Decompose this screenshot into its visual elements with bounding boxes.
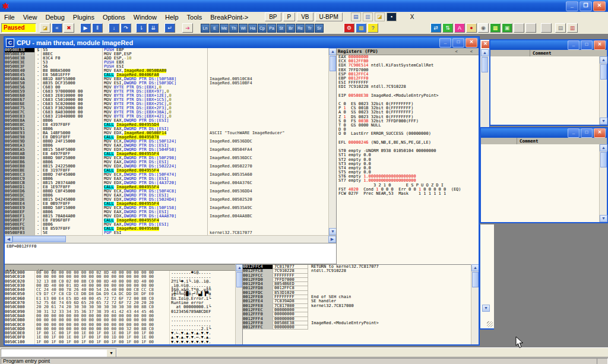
toolbar-button-ln[interactable]: Ln — [201, 24, 210, 33]
disasm-row[interactable]: 00508E4A.8B1D 88F55000MOV EBX,DWORD PTR … — [5, 77, 328, 81]
disasm-row[interactable]: 00508EA5.8B15 584F5000MOV EDX,DWORD PTR … — [5, 148, 328, 152]
disasm-row[interactable]: 00508EC9.8B06MOV EAX,DWORD PTR DS:[ESI] — [5, 177, 328, 181]
menu-item-window[interactable]: Window — [129, 13, 161, 21]
hscroll-thumb[interactable] — [12, 236, 66, 242]
plugin-button-p[interactable]: P — [283, 12, 296, 21]
cpu-close-button[interactable]: ✕ — [466, 38, 477, 48]
disasm-row[interactable]: 00508E3E.53PUSH EBX — [5, 61, 328, 65]
font-size-icon[interactable]: ⇅ — [442, 23, 453, 33]
scroll-up-icon[interactable]: ▲ — [600, 144, 607, 151]
stack-row[interactable]: 0012FFE47C839AD8SE handler — [243, 299, 471, 303]
disasm-row[interactable]: 00508EDC.8B06MOV EAX,DWORD PTR DS:[ESI] — [5, 194, 328, 198]
side-window-top-body[interactable] — [490, 56, 599, 125]
disasm-row[interactable]: 00508E56.C603 00MOV BYTE PTR DS:[EBX],0 — [5, 86, 328, 90]
hotkeys-icon[interactable]: ▦ — [490, 23, 501, 33]
stack-row[interactable]: 0012FFFC00000000 — [243, 325, 471, 330]
toolbar-button-re[interactable]: Re — [296, 24, 305, 33]
cpu-maximize-button[interactable]: □ — [452, 38, 464, 48]
side-window-middle-titlebar[interactable]: _ □ ✕ — [481, 128, 607, 138]
open-folder-icon[interactable]: ◪ — [40, 23, 50, 33]
disasm-row[interactable]: 00508E91.8B06MOV EAX,DWORD PTR DS:[ESI] — [5, 127, 328, 131]
scroll-up-icon[interactable]: ▲ — [481, 49, 489, 56]
minimize-button[interactable]: _ — [566, 1, 578, 11]
minimize-button[interactable]: _ — [568, 40, 580, 50]
disasm-row[interactable]: 00508EA3.8B06MOV EAX,DWORD PTR DS:[ESI] — [5, 144, 328, 148]
disassembly-scrollbar[interactable]: ▲ ▼ — [328, 48, 336, 235]
step-into-icon[interactable]: ↓ — [109, 23, 119, 33]
menu-item-debug[interactable]: Debug — [41, 13, 68, 21]
disasm-row[interactable]: 00508E6E.C683 5C020000 00MOV BYTE PTR DS… — [5, 102, 328, 106]
menu-item-file[interactable]: File — [0, 13, 19, 21]
cpu-titlebar[interactable]: C CPU - main thread, module ImageRed _ □… — [5, 37, 479, 48]
toolbar-button-sr[interactable]: Sr — [315, 24, 324, 33]
disasm-row[interactable]: 00508E50.8B35 DCF35000MOV ESI,DWORD PTR … — [5, 81, 328, 86]
maximize-button[interactable]: □ — [581, 40, 593, 50]
stack-row[interactable]: 0012FFD80012FFC8 — [243, 286, 471, 290]
scroll-thumb[interactable] — [330, 56, 336, 71]
strip-close-button[interactable]: ✕ — [481, 40, 490, 49]
stack-row[interactable]: 0012FFC87C910228ntdll.7C910228 — [243, 269, 471, 273]
register-line[interactable]: O 0 LastErr ERROR_SUCCESS (00000000) — [337, 132, 479, 136]
open-file-icon[interactable]: ◪ — [375, 12, 385, 21]
registers-pane[interactable]: Registers (FPU) < < EAX 00000000ECX 0012… — [336, 48, 479, 264]
toolbar-button-br[interactable]: Br — [286, 24, 295, 33]
breakpoint-ball-icon[interactable]: ● — [466, 23, 477, 33]
stack-row[interactable]: 0012FFCCFFFFFFFF — [243, 274, 471, 278]
menu-close-button[interactable]: X — [406, 13, 419, 21]
disasm-row[interactable]: 00508F03.5EPOP ESIkernel32.7C817077 — [5, 231, 328, 235]
disasm-row[interactable]: 00508E67.C683 C5010000 00MOV BYTE PTR DS… — [5, 98, 328, 102]
disasm-row[interactable]: 00508EE4.E8 0B97F8FFCALL ImageRed.004955… — [5, 202, 328, 206]
go-to-address-icon[interactable]: ➔ — [182, 23, 193, 33]
disasm-row[interactable]: 00508E40.B8 B0BA5000MOV EAX,ImageRed.005… — [5, 69, 328, 73]
appearance-icon[interactable]: ▩ — [356, 23, 366, 33]
toolbar-button-tr[interactable]: Tr — [305, 24, 314, 33]
register-line[interactable]: EDI 7C910228 ntdll.7C910228 — [337, 85, 479, 89]
side-window-middle-body[interactable] — [481, 144, 599, 222]
register-line[interactable]: FCW 027F Prec NEAR,53 Mask 1 1 1 1 1 1 — [337, 192, 479, 196]
toolbar-button-wi[interactable]: Wi — [239, 24, 248, 33]
disasm-row[interactable]: 00508EB6.8B06MOV EAX,DWORD PTR DS:[ESI] — [5, 160, 328, 164]
scroll-right-icon[interactable]: ▶ — [328, 236, 336, 243]
stack-row[interactable]: 0012FFF800508E38ImageRed.<ModuleEntryPoi… — [243, 321, 471, 325]
toolbar-button-st[interactable]: St — [277, 24, 286, 33]
help-icon[interactable]: ? — [368, 23, 378, 33]
disasm-row[interactable]: 00508E3F.56PUSH ESI — [5, 65, 328, 69]
stack-scrollbar[interactable]: ▲ — [471, 264, 479, 344]
blank-button-1[interactable] — [514, 23, 524, 33]
close-process-icon[interactable]: ✖ — [64, 23, 74, 33]
disasm-row[interactable]: 00508ED1.E8 1E97F8FFCALL ImageRed.004955… — [5, 185, 328, 189]
close-button[interactable]: ✕ — [594, 128, 606, 138]
scroll-down-icon[interactable]: ▼ — [482, 305, 490, 312]
disasm-row[interactable]: 00508E7C.C683 8A030000 00MOV BYTE PTR DS… — [5, 110, 328, 115]
scroll-up-icon[interactable]: ▲ — [600, 56, 607, 64]
scroll-thumb[interactable] — [482, 57, 488, 72]
dump-row[interactable]: 0050C1001F 00 1F 00 1F 00 1F 00 1F 00 1F… — [5, 340, 235, 344]
screen-icon[interactable]: ▣ — [502, 23, 512, 33]
minimize-button[interactable]: _ — [568, 128, 580, 138]
execute-till-return-icon[interactable]: ↵ — [164, 23, 175, 33]
stack-row[interactable]: 0012FFF000000000 — [243, 312, 471, 316]
disasm-row[interactable]: 00508EFE.E8 8597F8FFCALL ImageRed.004956… — [5, 227, 328, 231]
menu-item-breakpoint[interactable]: BreakPoint-> — [206, 13, 252, 21]
book-icon[interactable]: ▥ — [363, 12, 373, 21]
animate-over-icon[interactable]: ⇊ — [148, 23, 159, 33]
list-columns-icon[interactable]: ▤ — [555, 23, 566, 33]
disasm-row[interactable]: 00508E93.BA 14BF5000MOV EDX,ImageRed.005… — [5, 131, 328, 135]
stack-row[interactable]: 0012FFDC853D1020 — [243, 291, 471, 295]
menu-item-help[interactable]: Help — [161, 13, 183, 21]
toolbar-button-ha[interactable]: Ha — [248, 24, 257, 33]
disasm-row[interactable]: 00508EFC.8B06MOV EAX,DWORD PTR DS:[ESI] — [5, 223, 328, 227]
side-window-top-titlebar[interactable]: _ □ ✕ — [490, 40, 607, 50]
toolbar-button-cp[interactable]: Cp — [258, 24, 267, 33]
maximize-button[interactable]: □ — [581, 128, 593, 138]
stack-row[interactable]: 0012FFD48054B6ED — [243, 282, 471, 286]
restart-icon[interactable]: « — [52, 23, 62, 33]
disasm-row[interactable]: 00508ECB.8B15 20374A00MOV EDX,DWORD PTR … — [5, 181, 328, 185]
toolbar-button-th[interactable]: Th — [229, 24, 238, 33]
disasm-row[interactable]: 00508EAB.E8 4497F8FFCALL ImageRed.004955… — [5, 152, 328, 156]
plugin-button-vb[interactable]: VB — [297, 12, 313, 21]
notepad-icon[interactable]: ▤ — [351, 12, 361, 21]
disasm-row[interactable]: 00508E38$55PUSH EBP — [5, 48, 328, 52]
main-titlebar[interactable]: ✱ _ ❐ ✕ — [0, 0, 608, 12]
disasm-row[interactable]: 00508EEF.8B06MOV EAX,DWORD PTR DS:[ESI] — [5, 210, 328, 214]
